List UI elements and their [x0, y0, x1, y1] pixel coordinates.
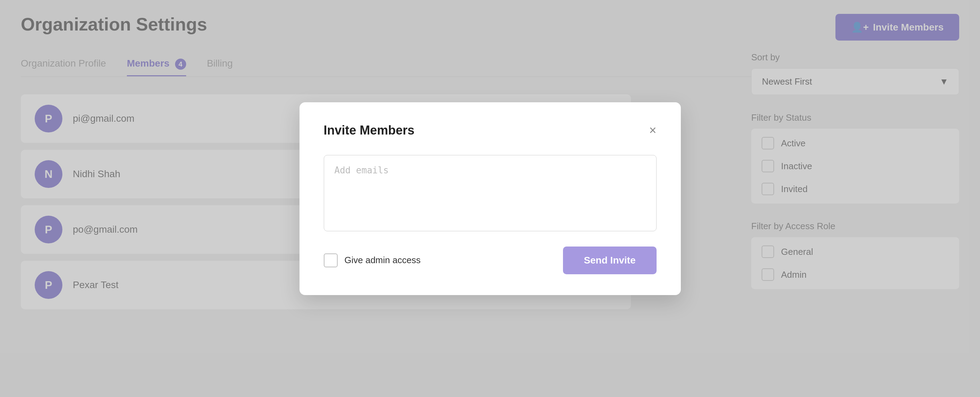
- page-wrapper: Organization Settings 👤+ Invite Members …: [0, 0, 980, 397]
- email-input[interactable]: [324, 155, 657, 231]
- admin-access-checkbox[interactable]: [324, 254, 338, 267]
- modal-header: Invite Members ×: [324, 123, 657, 138]
- modal-title: Invite Members: [324, 123, 415, 138]
- send-invite-label: Send Invite: [584, 255, 635, 266]
- admin-access-label: Give admin access: [345, 255, 421, 266]
- close-icon: ×: [649, 123, 656, 137]
- close-button[interactable]: ×: [649, 124, 656, 137]
- modal-footer: Give admin access Send Invite: [324, 247, 657, 274]
- send-invite-button[interactable]: Send Invite: [563, 247, 656, 274]
- admin-access-check: Give admin access: [324, 254, 421, 267]
- invite-members-modal: Invite Members × Give admin access Send …: [299, 102, 681, 295]
